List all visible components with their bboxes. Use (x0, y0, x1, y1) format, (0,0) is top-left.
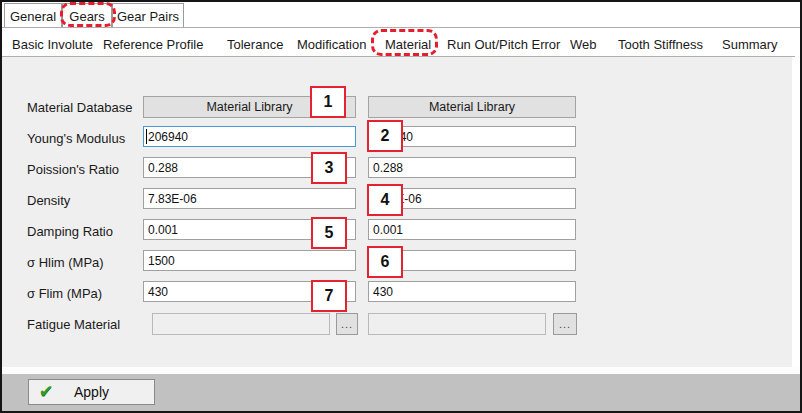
app-window: General Gears Gear Pairs Basic Involute … (0, 0, 802, 413)
tab-gears[interactable]: Gears (62, 3, 112, 28)
gear2-material-library-button[interactable]: Material Library (368, 96, 576, 118)
tab-tooth-stiffness[interactable]: Tooth Stiffness (618, 33, 703, 56)
gear2-youngs-modulus-input[interactable] (368, 126, 576, 147)
tab-material[interactable]: Material (385, 33, 431, 56)
gear1-damping-ratio-input[interactable] (143, 219, 356, 240)
gear2-fatigue-material-input (368, 313, 546, 335)
tab-tolerance[interactable]: Tolerance (227, 33, 283, 56)
tab-row1-divider (2, 27, 800, 28)
tab-basic-involute[interactable]: Basic Involute (12, 33, 93, 56)
tab-general-label: General (10, 9, 56, 24)
gear1-density-input[interactable] (143, 188, 356, 209)
text-caret (146, 129, 147, 144)
tab-gear-pairs[interactable]: Gear Pairs (112, 3, 184, 28)
label-sigma-hlim: σ Hlim (MPa) (27, 255, 104, 271)
gear2-sigma-hlim-input[interactable] (368, 250, 576, 271)
label-damping-ratio: Damping Ratio (27, 224, 113, 240)
label-sigma-flim: σ Flim (MPa) (27, 286, 102, 302)
gear2-density-input[interactable] (368, 188, 576, 209)
tab-general[interactable]: General (4, 3, 62, 28)
gear1-poissions-ratio-input[interactable] (143, 157, 356, 178)
tab-modification[interactable]: Modification (297, 33, 366, 56)
label-poissions-ratio: Poission's Ratio (27, 162, 119, 178)
gear2-sigma-flim-input[interactable] (368, 281, 576, 302)
tab-web[interactable]: Web (570, 33, 597, 56)
gear1-sigma-flim-input[interactable] (143, 281, 356, 302)
label-youngs-modulus: Young's Modulus (27, 131, 125, 147)
tab-summary[interactable]: Summary (722, 33, 778, 56)
label-density: Density (27, 193, 70, 209)
tab-gears-label: Gears (69, 9, 104, 24)
gear2-damping-ratio-input[interactable] (368, 219, 576, 240)
checkmark-icon: ✔ (39, 381, 53, 402)
gear1-material-library-button[interactable]: Material Library (143, 96, 356, 118)
label-material-database: Material Database (27, 100, 133, 116)
tab-reference-profile[interactable]: Reference Profile (103, 33, 203, 56)
gear1-sigma-hlim-input[interactable] (143, 250, 356, 271)
apply-button[interactable]: ✔ Apply (28, 379, 155, 405)
gear2-fatigue-browse-button[interactable]: ... (553, 313, 577, 335)
gear1-fatigue-browse-button[interactable]: ... (336, 313, 358, 335)
gear2-poissions-ratio-input[interactable] (368, 157, 576, 178)
footer-divider (2, 367, 800, 374)
tab-run-out-pitch-error[interactable]: Run Out/Pitch Error (447, 33, 560, 56)
tab-gear-pairs-label: Gear Pairs (117, 9, 179, 24)
gear1-youngs-modulus-input[interactable] (143, 126, 356, 147)
label-fatigue-material: Fatigue Material (27, 317, 120, 333)
gear1-fatigue-material-input (152, 313, 330, 335)
apply-button-label: Apply (74, 384, 109, 400)
